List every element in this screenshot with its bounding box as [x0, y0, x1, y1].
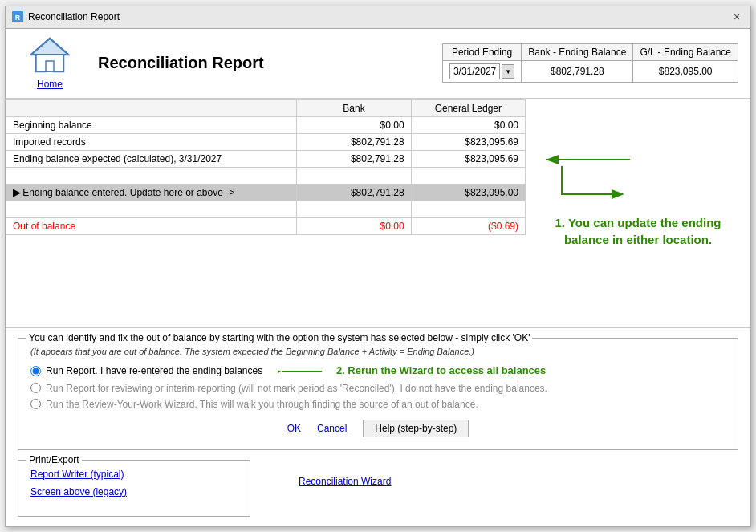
- spacer2-gl: [411, 201, 525, 217]
- radio2-input[interactable]: [30, 383, 41, 393]
- col-bank: Bank: [297, 99, 411, 116]
- main-window: R Reconciliation Report × Home Reconcili…: [5, 6, 751, 527]
- report-title: Reconciliation Report: [98, 54, 426, 72]
- print-export-group: Print/Export Report Writer (typical) Scr…: [18, 460, 250, 517]
- out-of-balance-row: Out of balance $0.00 ($0.69): [6, 217, 526, 234]
- table-row: Beginning balance $0.00 $0.00: [6, 116, 526, 133]
- annotation1-text: 1. You can update the endingbalance in e…: [538, 214, 738, 248]
- gl-ending-header: G/L - Ending Balance: [633, 44, 738, 61]
- home-link[interactable]: Home: [37, 79, 63, 90]
- house-icon: [30, 37, 70, 75]
- radio3-label: Run the Review-Your-Work Wizard. This wi…: [46, 399, 478, 410]
- svg-rect-4: [36, 55, 63, 71]
- row-label-1: Imported records: [6, 133, 297, 150]
- period-dropdown[interactable]: 3/31/2027 ▼: [449, 63, 514, 79]
- row-bank-4[interactable]: $802,791.28: [297, 184, 411, 201]
- row-bank-1: $802,791.28: [297, 133, 411, 150]
- arrow-left-svg: [278, 365, 326, 378]
- oob-bank: $0.00: [297, 217, 411, 234]
- radio3-text: Run the Review-Your-Work Wizard. This wi…: [46, 399, 478, 410]
- table-row: Imported records $802,791.28 $823,095.69: [6, 133, 526, 150]
- radio2-label: Run Report for reviewing or interim repo…: [46, 383, 547, 394]
- app-icon: R: [12, 11, 23, 22]
- subtitle-text: (It appears that you are out of balance.…: [30, 347, 726, 356]
- row-bank-2: $802,791.28: [297, 150, 411, 167]
- ok-button[interactable]: OK: [287, 420, 301, 437]
- period-table: Period Ending Bank - Ending Balance G/L …: [442, 43, 738, 83]
- report-writer-link[interactable]: Report Writer (typical): [30, 469, 238, 480]
- annotation2-text: 2. Rerun the Wizard to access all balanc…: [336, 364, 546, 376]
- row-label-2: Ending balance expected (calculated), 3/…: [6, 150, 297, 167]
- table-row-active: ▶ Ending balance entered. Update here or…: [6, 184, 526, 201]
- house-svg: [30, 37, 70, 73]
- spacer2-bank: [297, 201, 411, 217]
- table-row-spacer2: [6, 201, 526, 217]
- options-group: You can identify and fix the out of bala…: [18, 338, 738, 450]
- row-label-0: Beginning balance: [6, 116, 297, 133]
- period-ending-header: Period Ending: [442, 44, 521, 61]
- print-export-row: Print/Export Report Writer (typical) Scr…: [18, 460, 738, 517]
- help-button[interactable]: Help (step-by-step): [363, 420, 469, 437]
- main-content: Bank General Ledger Beginning balance $0…: [6, 99, 750, 327]
- radio-option-2[interactable]: Run Report for reviewing or interim repo…: [30, 383, 726, 394]
- svg-marker-3: [31, 39, 68, 55]
- oob-label: Out of balance: [6, 217, 297, 234]
- row-indicator: ▶: [13, 187, 22, 198]
- row-gl-4[interactable]: $823,095.00: [411, 184, 525, 201]
- oob-gl: ($0.69): [411, 217, 525, 234]
- radio-option-1[interactable]: Run Report. I have re-entered the ending…: [30, 364, 726, 378]
- radio1-label: Run Report. I have re-entered the ending…: [46, 364, 546, 378]
- bank-ending-value: $802,791.28: [522, 61, 633, 83]
- gl-ending-value: $823,095.00: [633, 61, 738, 83]
- annotation-text-area: 1. You can update the endingbalance in e…: [538, 162, 738, 248]
- right-panel: 1. You can update the endingbalance in e…: [526, 99, 750, 327]
- options-group-legend: You can identify and fix the out of bala…: [26, 332, 532, 343]
- period-value-cell[interactable]: 3/31/2027 ▼: [442, 61, 521, 83]
- spacer-bank: [297, 167, 411, 184]
- spacer-gl: [411, 167, 525, 184]
- row-gl-2: $823,095.69: [411, 150, 525, 167]
- col-gl: General Ledger: [411, 99, 525, 116]
- balance-table: Bank General Ledger Beginning balance $0…: [6, 99, 526, 235]
- row-bank-0: $0.00: [297, 116, 411, 133]
- title-bar-left: R Reconciliation Report: [12, 11, 120, 22]
- row-gl-0: $0.00: [411, 116, 525, 133]
- period-dropdown-value[interactable]: 3/31/2027: [449, 63, 500, 79]
- title-bar: R Reconciliation Report ×: [6, 6, 750, 29]
- radio3-input[interactable]: [30, 399, 41, 409]
- bottom-section: You can identify and fix the out of bala…: [6, 327, 750, 526]
- logo-area: Home: [18, 37, 82, 90]
- title-bar-text: Reconciliation Report: [28, 11, 120, 22]
- dropdown-arrow-icon[interactable]: ▼: [502, 64, 514, 79]
- col-blank: [6, 99, 297, 116]
- radio2-text: Run Report for reviewing or interim repo…: [46, 383, 547, 394]
- cancel-button[interactable]: Cancel: [317, 420, 347, 437]
- header-section: Home Reconciliation Report Period Ending…: [6, 29, 750, 99]
- table-row-spacer: [6, 167, 526, 184]
- row-label-4: ▶ Ending balance entered. Update here or…: [6, 184, 297, 201]
- arrow-down-svg: [538, 162, 698, 210]
- spacer2-label: [6, 201, 297, 217]
- radio1-input[interactable]: [30, 366, 41, 376]
- spacer-label: [6, 167, 297, 184]
- screen-above-link[interactable]: Screen above (legacy): [30, 486, 238, 497]
- reconciliation-wizard-link[interactable]: Reconciliation Wizard: [299, 460, 391, 487]
- radio-option-3[interactable]: Run the Review-Your-Work Wizard. This wi…: [30, 399, 726, 410]
- svg-text:R: R: [15, 14, 21, 22]
- close-button[interactable]: ×: [730, 10, 744, 24]
- row-gl-1: $823,095.69: [411, 133, 525, 150]
- radio1-text: Run Report. I have re-entered the ending…: [46, 365, 262, 376]
- table-row: Ending balance expected (calculated), 3/…: [6, 150, 526, 167]
- bank-ending-header: Bank - Ending Balance: [522, 44, 633, 61]
- buttons-row: OK Cancel Help (step-by-step): [30, 420, 726, 437]
- left-panel: Bank General Ledger Beginning balance $0…: [6, 99, 526, 327]
- print-export-legend: Print/Export: [26, 454, 82, 465]
